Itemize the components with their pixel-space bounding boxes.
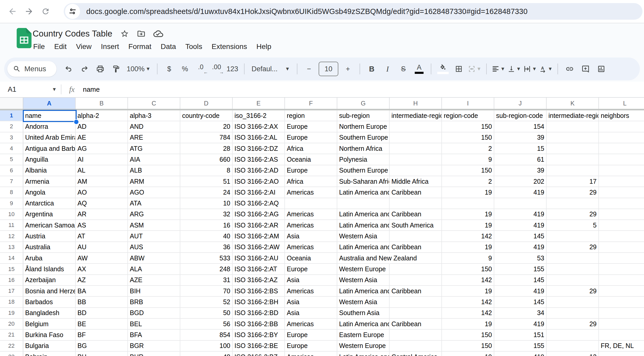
cell-B5[interactable]: AI — [76, 154, 128, 165]
cell-D12[interactable]: 40 — [180, 231, 233, 242]
cell-K12[interactable] — [547, 231, 599, 242]
cell-C10[interactable]: ARG — [128, 209, 180, 220]
cell-E8[interactable]: ISO 3166-2:AI — [233, 187, 285, 198]
cell-I1[interactable]: region-code — [442, 110, 494, 121]
cell-L21[interactable] — [599, 330, 644, 340]
cell-K18[interactable] — [547, 297, 599, 308]
cell-L20[interactable] — [599, 319, 644, 330]
cell-K21[interactable] — [547, 330, 599, 340]
menu-extensions[interactable]: Extensions — [207, 41, 252, 52]
cell-A22[interactable]: Bulgaria — [23, 341, 76, 352]
cell-F21[interactable]: Europe — [285, 330, 337, 340]
cell-A6[interactable]: Albania — [23, 165, 76, 176]
format-percent-button[interactable]: % — [178, 62, 192, 76]
cell-H20[interactable]: Caribbean — [390, 319, 442, 330]
cell-D6[interactable]: 8 — [180, 165, 233, 176]
cell-B3[interactable]: AE — [76, 132, 128, 143]
cell-D3[interactable]: 784 — [180, 132, 233, 143]
cell-E10[interactable]: ISO 3166-2:AG — [233, 209, 285, 220]
star-button[interactable] — [120, 29, 129, 38]
cell-K8[interactable]: 29 — [547, 187, 599, 198]
redo-button[interactable] — [77, 62, 92, 76]
cell-K7[interactable]: 17 — [547, 176, 599, 187]
cell-G10[interactable]: Latin America and the Caribbean — [337, 209, 390, 220]
cell-K1[interactable]: intermediate-region-code — [547, 110, 599, 121]
cell-I12[interactable]: 142 — [442, 231, 494, 242]
borders-button[interactable] — [452, 62, 466, 76]
cell-C23[interactable]: BHR — [128, 352, 180, 356]
font-family-selector[interactable]: Defaul...▼ — [249, 62, 292, 76]
cell-B10[interactable]: AR — [76, 209, 128, 220]
cell-E4[interactable]: ISO 3166-2:DZ — [233, 143, 285, 154]
cell-H12[interactable] — [390, 231, 442, 242]
cell-I2[interactable]: 150 — [442, 121, 494, 132]
cell-F14[interactable]: Oceania — [285, 253, 337, 264]
cell-K20[interactable]: 29 — [547, 319, 599, 330]
cell-L22[interactable]: FR, DE, NL — [599, 341, 644, 352]
row-header-18[interactable]: 18 — [0, 297, 23, 308]
cell-G23[interactable]: Latin America and the Caribbean — [337, 352, 390, 356]
row-header-9[interactable]: 9 — [0, 198, 23, 209]
row-header-3[interactable]: 3 — [0, 132, 23, 143]
browser-forward-button[interactable] — [21, 3, 37, 20]
cell-F18[interactable]: Asia — [285, 297, 337, 308]
cell-E15[interactable]: ISO 3166-2:AT — [233, 264, 285, 275]
cell-C22[interactable]: BGR — [128, 341, 180, 352]
cell-G6[interactable]: Southern Europe — [337, 165, 390, 176]
cell-A2[interactable]: Andorra — [23, 121, 76, 132]
cell-I20[interactable]: 19 — [442, 319, 494, 330]
cell-L18[interactable] — [599, 297, 644, 308]
menu-edit[interactable]: Edit — [49, 41, 71, 52]
cell-J3[interactable]: 39 — [494, 132, 547, 143]
site-settings-button[interactable] — [65, 4, 80, 19]
cell-J15[interactable]: 155 — [494, 264, 547, 275]
cell-F20[interactable]: Americas — [285, 319, 337, 330]
row-header-4[interactable]: 4 — [0, 143, 23, 154]
column-header-E[interactable]: E — [233, 98, 285, 109]
cell-L3[interactable] — [599, 132, 644, 143]
cell-E20[interactable]: ISO 3166-2:BB — [233, 319, 285, 330]
cell-K11[interactable]: 5 — [547, 220, 599, 231]
insert-comment-button[interactable] — [578, 62, 593, 76]
cell-J18[interactable]: 145 — [494, 297, 547, 308]
cell-G11[interactable]: Latin America and the Caribbean — [337, 220, 390, 231]
cell-F8[interactable]: Americas — [285, 187, 337, 198]
cell-L7[interactable] — [599, 176, 644, 187]
cell-C19[interactable]: BGD — [128, 308, 180, 319]
cell-C17[interactable]: BIH — [128, 286, 180, 297]
cell-C8[interactable]: AGO — [128, 187, 180, 198]
cell-C13[interactable]: AUS — [128, 242, 180, 253]
cell-C14[interactable]: ABW — [128, 253, 180, 264]
cell-A11[interactable]: American Samoa — [23, 220, 76, 231]
menu-help[interactable]: Help — [252, 41, 276, 52]
cell-A14[interactable]: Aruba — [23, 253, 76, 264]
menu-format[interactable]: Format — [124, 41, 156, 52]
cell-E21[interactable]: ISO 3166-2:BY — [233, 330, 285, 340]
cell-H7[interactable]: Middle Africa — [390, 176, 442, 187]
cell-G15[interactable]: Western Europe — [337, 264, 390, 275]
column-header-A[interactable]: A — [23, 98, 76, 109]
cell-F15[interactable]: Europe — [285, 264, 337, 275]
cell-A17[interactable]: Bosnia and Herzegovina — [23, 286, 76, 297]
cell-C7[interactable]: ARM — [128, 176, 180, 187]
cell-D20[interactable]: 56 — [180, 319, 233, 330]
cell-J10[interactable]: 419 — [494, 209, 547, 220]
cell-C11[interactable]: ASM — [128, 220, 180, 231]
cell-D23[interactable]: 48 — [180, 352, 233, 356]
cell-D10[interactable]: 32 — [180, 209, 233, 220]
cell-F19[interactable]: Asia — [285, 308, 337, 319]
horizontal-align-button[interactable]: ▼ — [491, 62, 506, 76]
cell-E3[interactable]: ISO 3166-2:AL — [233, 132, 285, 143]
strikethrough-button[interactable]: S — [396, 62, 411, 76]
cell-E16[interactable]: ISO 3166-2:AZ — [233, 275, 285, 286]
cell-G2[interactable]: Northern Europe — [337, 121, 390, 132]
row-header-15[interactable]: 15 — [0, 264, 23, 275]
cell-A23[interactable]: Bahrain — [23, 352, 76, 356]
browser-reload-button[interactable] — [37, 3, 54, 20]
cell-L13[interactable] — [599, 242, 644, 253]
cell-F23[interactable]: Americas — [285, 352, 337, 356]
cell-G17[interactable]: Latin America and the Caribbean — [337, 286, 390, 297]
cell-E9[interactable]: ISO 3166-2:AQ — [233, 198, 285, 209]
bold-button[interactable]: B — [364, 62, 379, 76]
cell-H3[interactable] — [390, 132, 442, 143]
